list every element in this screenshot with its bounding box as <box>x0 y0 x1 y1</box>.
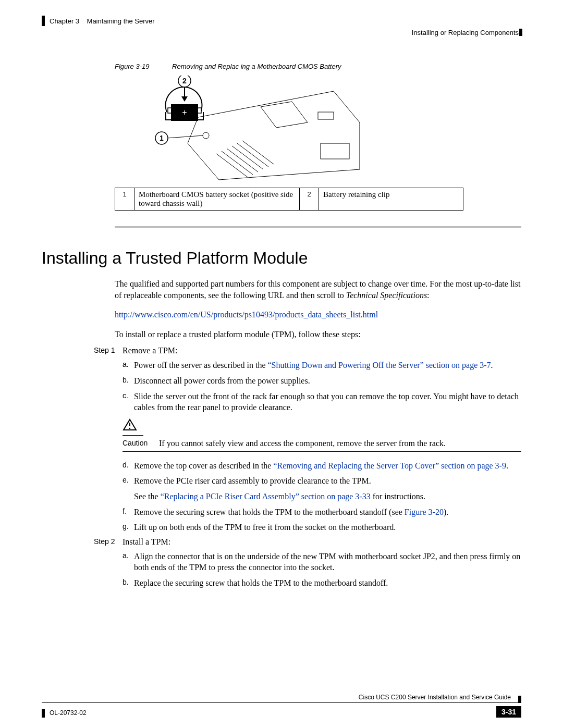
figure-diagram: 1 + 2 <box>115 76 521 185</box>
header-mark <box>42 16 45 26</box>
chapter-title: Maintaining the Server <box>87 17 155 25</box>
caution-label: Caution <box>123 439 159 448</box>
caution-icon <box>123 418 137 431</box>
step-2-label: Step 2 <box>94 537 123 547</box>
legend-2-text: Battery retaining clip <box>319 188 463 211</box>
svg-point-21 <box>129 428 130 429</box>
step1-f: f. Remove the securing screw that holds … <box>123 507 521 518</box>
chapter-number: Chapter 3 <box>50 17 79 25</box>
step1-d: d. Remove the top cover as described in … <box>123 460 521 472</box>
step1-a: a. Power off the server as described in … <box>123 360 521 371</box>
figure-caption: Figure 3-19 Removing and Replac ing a Mo… <box>115 63 521 70</box>
shutdown-section-link[interactable]: “Shutting Down and Powering Off the Serv… <box>268 361 491 369</box>
step1-g: g. Lift up on both ends of the TPM to fr… <box>123 522 521 533</box>
section-divider <box>115 226 521 228</box>
step-1-text: Remove a TPM: <box>123 346 521 355</box>
figure-title: Removing and Replac ing a Motherboard CM… <box>172 63 341 70</box>
header-right-mark <box>519 29 522 36</box>
intro-paragraph-2: To install or replace a trusted platform… <box>115 329 521 340</box>
pcie-riser-section-link[interactable]: “Replacing a PCIe Riser Card Assembly” s… <box>161 492 371 501</box>
footer-rule <box>42 702 521 703</box>
svg-marker-18 <box>181 96 188 102</box>
data-sheets-link[interactable]: http://www.cisco.com/en/US/products/ps10… <box>115 310 378 319</box>
step-1-row: Step 1 Remove a TPM: <box>94 346 521 355</box>
motherboard-diagram-svg: 1 + 2 <box>115 76 375 185</box>
page-number: 3-31 <box>496 706 521 718</box>
legend-2-num: 2 <box>300 188 319 211</box>
legend-1-text: Motherboard CMOS battery socket (positiv… <box>134 188 300 211</box>
footer-left-mark <box>42 709 45 718</box>
step-1-label: Step 1 <box>94 346 123 355</box>
section-heading: Installing a Trusted Platform Module <box>42 249 521 268</box>
running-header-right: Installing or Replacing Components <box>412 29 519 36</box>
running-header-left: Chapter 3 Maintaining the Server <box>50 17 155 25</box>
legend-1-num: 1 <box>115 188 134 211</box>
step2-a: a. Align the connector that is on the un… <box>123 551 521 573</box>
footer-doc-number: OL-20732-02 <box>50 709 87 717</box>
reference-url: http://www.cisco.com/en/US/products/ps10… <box>115 309 521 320</box>
caution-block: Caution If you cannot safely view and ac… <box>123 418 521 452</box>
step1-c: c. Slide the server out the front of the… <box>123 391 521 413</box>
page: Chapter 3 Maintaining the Server Install… <box>0 0 563 728</box>
step2-b: b. Replace the securing screw that holds… <box>123 577 521 589</box>
footer-guide-title: Cisco UCS C200 Server Installation and S… <box>359 694 511 701</box>
step-2-row: Step 2 Install a TPM: <box>94 537 521 547</box>
battery-plus-icon: + <box>182 108 187 117</box>
caution-text: If you cannot safely view and access the… <box>159 439 446 448</box>
callout-2-label: 2 <box>182 77 187 85</box>
step-2-text: Install a TPM: <box>123 537 521 547</box>
footer-right-mark <box>518 696 521 703</box>
figure-number: Figure 3-19 <box>115 63 149 70</box>
top-cover-section-link[interactable]: “Removing and Replacing the Server Top C… <box>273 461 506 470</box>
figure-3-20-link[interactable]: Figure 3-20 <box>405 508 444 516</box>
intro-paragraph-1: The qualified and supported part numbers… <box>115 278 521 301</box>
figure-legend-table: 1 Motherboard CMOS battery socket (posit… <box>115 188 463 211</box>
content-area: Figure 3-19 Removing and Replac ing a Mo… <box>42 63 521 593</box>
callout-1-label: 1 <box>160 134 164 142</box>
step1-b: b. Disconnect all power cords from the p… <box>123 375 521 387</box>
step1-e: e. Remove the PCIe riser card assembly t… <box>123 475 521 502</box>
